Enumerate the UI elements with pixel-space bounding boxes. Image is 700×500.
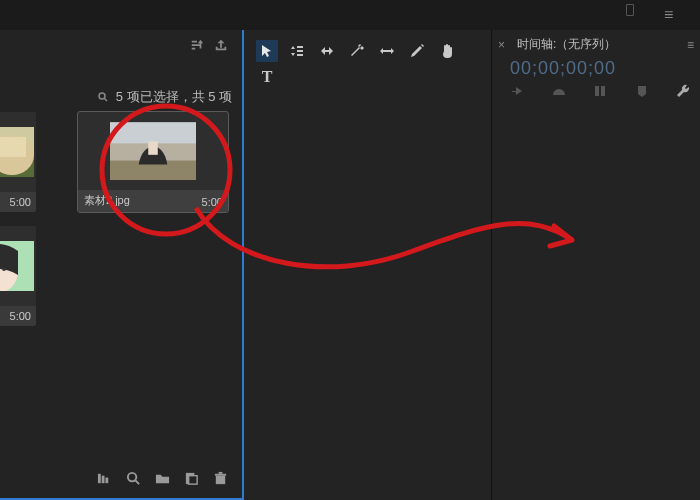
svg-rect-23 xyxy=(219,472,223,474)
svg-rect-9 xyxy=(148,141,158,154)
media-clip[interactable]: 素材2.jpg 5:00 xyxy=(78,112,228,212)
clip-duration: 5:00 xyxy=(10,196,31,208)
project-panel-header xyxy=(0,30,242,58)
svg-rect-7 xyxy=(110,122,196,143)
window-top-strip: ≡ xyxy=(0,0,700,30)
media-clip[interactable]: 5:00 xyxy=(0,112,36,212)
timeline-panel: × 时间轴:（无序列） ≡ 00;00;00;00 xyxy=(492,30,700,500)
project-footer-toolbar xyxy=(97,471,228,490)
sort-icon[interactable] xyxy=(190,38,204,56)
clip-duration: 5:00 xyxy=(10,310,31,322)
overwrite-icon[interactable] xyxy=(552,84,566,102)
clip-thumbnail xyxy=(0,112,36,192)
type-tool[interactable]: T xyxy=(256,66,278,88)
view-list-icon[interactable] xyxy=(97,471,112,490)
main-area: 5 项已选择，共 5 项 5:00 素材2.jpg 5:00 xyxy=(0,30,700,500)
svg-rect-14 xyxy=(98,474,101,483)
new-item-icon[interactable] xyxy=(184,471,199,490)
razor-tool[interactable] xyxy=(346,40,368,62)
timeline-header: × 时间轴:（无序列） ≡ xyxy=(498,36,694,53)
timecode-display[interactable]: 00;00;00;00 xyxy=(510,58,616,79)
svg-rect-5 xyxy=(0,137,26,157)
search-icon[interactable] xyxy=(126,471,141,490)
svg-line-18 xyxy=(135,480,139,484)
svg-point-17 xyxy=(128,473,136,481)
clip-thumbnail xyxy=(78,112,228,190)
svg-rect-21 xyxy=(216,476,225,484)
media-clip[interactable]: 5:00 xyxy=(0,226,36,326)
svg-line-1 xyxy=(104,98,107,101)
svg-rect-22 xyxy=(215,474,226,476)
folder-icon[interactable] xyxy=(155,471,170,490)
ripple-edit-tool[interactable] xyxy=(316,40,338,62)
close-icon[interactable]: × xyxy=(498,38,505,52)
track-select-tool[interactable] xyxy=(286,40,308,62)
pen-tool[interactable] xyxy=(406,40,428,62)
clip-duration: 5:00 xyxy=(202,196,223,208)
timeline-title: 时间轴:（无序列） xyxy=(517,36,616,53)
selection-tool[interactable] xyxy=(256,40,278,62)
insert-icon[interactable] xyxy=(510,84,524,102)
svg-rect-16 xyxy=(105,478,108,484)
settings-icon[interactable] xyxy=(676,84,690,102)
marker-icon[interactable] xyxy=(635,84,649,102)
clip-filename: 素材2.jpg xyxy=(84,193,130,208)
selection-count-label: 5 项已选择，共 5 项 xyxy=(98,88,232,106)
panel-menu-icon[interactable]: ≡ xyxy=(664,6,672,18)
trash-icon[interactable] xyxy=(213,471,228,490)
slip-tool[interactable] xyxy=(376,40,398,62)
program-monitor-panel: T xyxy=(244,30,492,500)
project-panel: 5 项已选择，共 5 项 5:00 素材2.jpg 5:00 xyxy=(0,30,244,500)
search-mini-icon xyxy=(98,92,108,102)
clip-thumbnail xyxy=(0,226,36,306)
timeline-marker-icon xyxy=(626,4,634,16)
svg-rect-24 xyxy=(595,86,599,96)
timeline-toolbar xyxy=(510,84,690,102)
export-icon[interactable] xyxy=(214,38,228,56)
panel-menu-icon[interactable]: ≡ xyxy=(687,38,694,52)
svg-rect-20 xyxy=(189,476,197,484)
svg-rect-15 xyxy=(102,476,105,484)
editing-toolbar: T xyxy=(256,40,458,62)
svg-rect-25 xyxy=(601,86,605,96)
svg-point-13 xyxy=(2,267,6,271)
hand-tool[interactable] xyxy=(436,40,458,62)
snap-icon[interactable] xyxy=(593,84,607,102)
